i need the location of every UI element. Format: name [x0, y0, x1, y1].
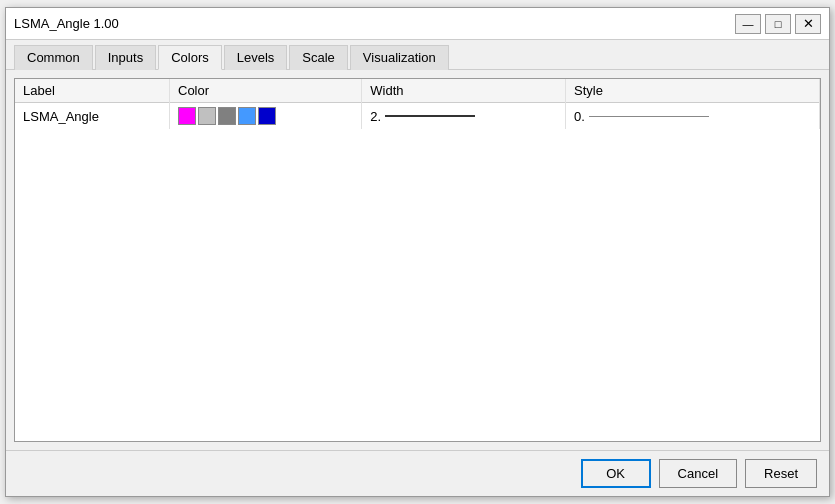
table-row: LSMA_Angle 2.	[15, 103, 820, 130]
tab-levels[interactable]: Levels	[224, 45, 288, 70]
tab-visualization[interactable]: Visualization	[350, 45, 449, 70]
swatch-0[interactable]	[178, 107, 196, 125]
footer: OK Cancel Reset	[6, 450, 829, 496]
main-window: LSMA_Angle 1.00 — □ ✕ Common Inputs Colo…	[5, 7, 830, 497]
colors-table-container: Label Color Width Style LSMA_Angle	[14, 78, 821, 442]
swatch-3[interactable]	[238, 107, 256, 125]
width-slider[interactable]	[385, 115, 475, 117]
col-style: Style	[566, 79, 820, 103]
tab-colors[interactable]: Colors	[158, 45, 222, 70]
col-label: Label	[15, 79, 170, 103]
row-colors	[170, 103, 362, 130]
swatch-2[interactable]	[218, 107, 236, 125]
ok-button[interactable]: OK	[581, 459, 651, 488]
swatch-1[interactable]	[198, 107, 216, 125]
style-value: 0.	[574, 109, 585, 124]
width-cell: 2.	[370, 109, 557, 124]
tab-scale[interactable]: Scale	[289, 45, 348, 70]
title-bar: LSMA_Angle 1.00 — □ ✕	[6, 8, 829, 40]
swatch-4[interactable]	[258, 107, 276, 125]
reset-button[interactable]: Reset	[745, 459, 817, 488]
style-cell: 0.	[574, 109, 811, 124]
col-color: Color	[170, 79, 362, 103]
col-width: Width	[362, 79, 566, 103]
cancel-button[interactable]: Cancel	[659, 459, 737, 488]
window-title: LSMA_Angle 1.00	[14, 16, 119, 31]
color-swatches	[178, 107, 353, 125]
tab-common[interactable]: Common	[14, 45, 93, 70]
tab-inputs[interactable]: Inputs	[95, 45, 156, 70]
row-label: LSMA_Angle	[15, 103, 170, 130]
row-width: 2.	[362, 103, 566, 130]
colors-table: Label Color Width Style LSMA_Angle	[15, 79, 820, 129]
width-value: 2.	[370, 109, 381, 124]
row-style: 0.	[566, 103, 820, 130]
minimize-button[interactable]: —	[735, 14, 761, 34]
content-area: Label Color Width Style LSMA_Angle	[6, 70, 829, 450]
maximize-button[interactable]: □	[765, 14, 791, 34]
tab-bar: Common Inputs Colors Levels Scale Visual…	[6, 40, 829, 70]
style-line[interactable]	[589, 116, 709, 117]
close-button[interactable]: ✕	[795, 14, 821, 34]
window-controls: — □ ✕	[735, 14, 821, 34]
